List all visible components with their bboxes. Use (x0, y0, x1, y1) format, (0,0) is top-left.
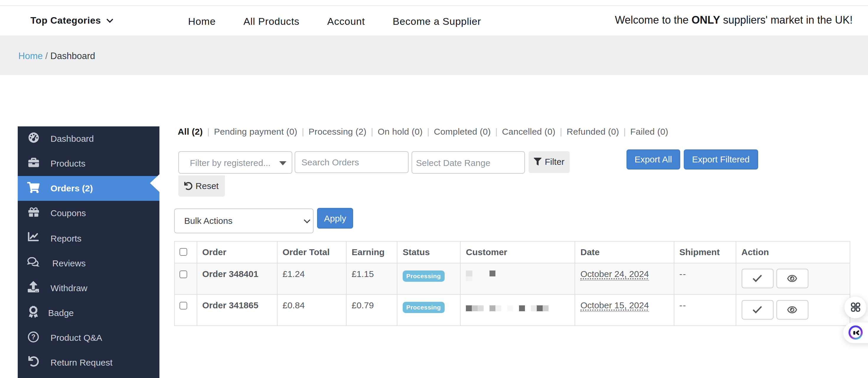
svg-text:?: ? (31, 333, 35, 341)
